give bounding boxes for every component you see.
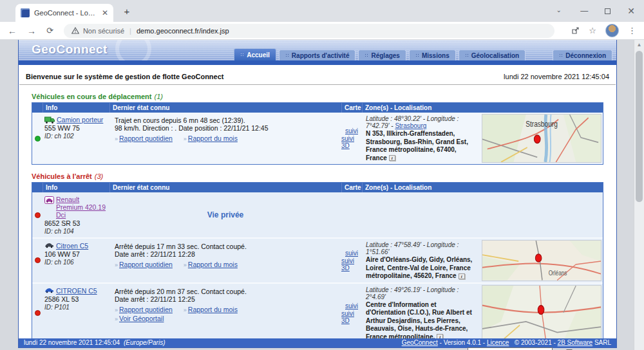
link-arrow-icon: »: [115, 307, 118, 313]
zone-cell: [362, 192, 603, 237]
rapport-quotidien-link[interactable]: Rapport quotidien: [119, 134, 173, 142]
reload-button[interactable]: ⟳: [46, 26, 53, 35]
coordinates: Latitude : 47°58.49' - Longitude : 1°51.…: [366, 241, 459, 255]
state-line: Date arrêt : 22/11/21 12:28: [115, 250, 337, 258]
footer-datetime: lundi 22 novembre 2021 12:45:04(Europe/P…: [24, 338, 165, 347]
info-column-header: Info: [43, 183, 109, 192]
forward-button[interactable]: →: [27, 26, 36, 36]
tab-geolocalisation[interactable]: Géolocalisation: [459, 50, 526, 60]
profile-avatar[interactable]: [605, 24, 619, 37]
vehicle-info-cell: Citroen C5 106 WW 57 ID: ch 106: [43, 239, 109, 282]
zone-text: Latitude : 47°58.49' - Longitude : 1°51.…: [362, 239, 480, 282]
link-arrow-icon: »: [115, 136, 118, 142]
map-thumbnail-orleans: Orléans: [482, 240, 601, 281]
info-icon[interactable]: i: [459, 273, 465, 279]
zone-cell: Latitude : 47°58.49' - Longitude : 1°51.…: [362, 239, 603, 282]
zone-city-link[interactable]: Strasbourg: [395, 122, 426, 129]
tab-grid-icon: [415, 53, 419, 57]
vehicle-link[interactable]: Renault Premium 420.19 Dci: [56, 196, 108, 219]
svg-text:Strasbourg: Strasbourg: [526, 119, 558, 129]
zone-column-header: Zone(s) - Localisation: [362, 103, 603, 113]
tab-accueil[interactable]: Accueil: [234, 48, 276, 60]
zone-text: Latitude : 48°30.22' - Longitude : 7°42.…: [362, 113, 480, 164]
rapport-mois-link[interactable]: Rapport du mois: [188, 261, 238, 268]
vehicle-plate: 8652 SR 53: [44, 219, 108, 227]
rapport-quotidien-link[interactable]: Rapport quotidien: [119, 306, 173, 313]
suivi-link[interactable]: suivi: [345, 127, 358, 134]
voir-geoportail-link[interactable]: Voir Géoportail: [119, 315, 164, 322]
footer-geoconnect-link[interactable]: GeoConnect: [402, 339, 438, 346]
section-vehicules-en-deplacement: Véhicules en cours de déplacement(1) Inf…: [32, 93, 603, 165]
scrollbar-thumb[interactable]: [636, 51, 643, 202]
url-separator: |: [129, 27, 131, 35]
tab-grid-icon: [559, 53, 563, 57]
back-button[interactable]: ←: [8, 26, 17, 36]
url-text: demo.geoconnect.fr/index.jsp: [137, 27, 229, 35]
carte-cell: suivi suivi 3D: [341, 284, 362, 344]
last-state-cell: Arrêté depuis 20 mn 37 sec. Contact coup…: [109, 284, 341, 344]
url-field[interactable]: Non sécurisé | demo.geoconnect.fr/index.…: [64, 24, 554, 38]
info-icon[interactable]: i: [389, 155, 395, 161]
globe-decoration: [115, 40, 151, 60]
state-column-header: Dernier état connu: [109, 103, 341, 113]
tab-close-icon[interactable]: ✕: [102, 9, 108, 17]
tab-reglages[interactable]: Réglages: [358, 50, 406, 60]
vehicle-link[interactable]: Camion porteur: [57, 116, 103, 124]
table-header-row: Info Dernier état connu Carte Zone(s) - …: [32, 183, 603, 192]
map-cell[interactable]: Orléans: [480, 239, 603, 282]
browser-address-bar: ← → ⟳ Non sécurisé | demo.geoconnect.fr/…: [0, 22, 644, 40]
vertical-scrollbar[interactable]: ▲: [634, 40, 644, 350]
rapport-mois-link[interactable]: Rapport du mois: [188, 306, 238, 313]
scrollbar-up-icon[interactable]: ▲: [634, 40, 644, 48]
maximize-button[interactable]: [605, 8, 611, 14]
zone-text: [362, 192, 603, 237]
tab-deconnexion[interactable]: Déconnexion: [553, 50, 612, 60]
tab-grid-icon: [240, 53, 244, 57]
last-state-cell: Trajet en cours depuis 6 mn 48 sec (12:3…: [109, 113, 341, 164]
group-filter-select[interactable]: Tous les véhicules▼: [468, 347, 553, 350]
browser-tab[interactable]: GeoConnect - Logiciel de Gestio ✕: [15, 4, 113, 22]
chrome-menu-icon[interactable]: ⋮: [628, 26, 636, 35]
tab-rapports-activite[interactable]: Rapports d'activité: [279, 50, 356, 60]
minimize-button[interactable]: —: [580, 6, 588, 15]
new-tab-button[interactable]: +: [121, 6, 133, 17]
section-vehicules-arret: Véhicules à l'arrêt(3) Info Dernier état…: [32, 172, 603, 344]
vehicle-link[interactable]: CITROEN C5: [56, 287, 97, 295]
window-controls: — ✕: [580, 0, 640, 22]
tab-missions[interactable]: Missions: [409, 50, 456, 60]
close-window-button[interactable]: ✕: [627, 6, 635, 16]
car-icon: [44, 288, 54, 293]
rapport-quotidien-link[interactable]: Rapport quotidien: [119, 261, 173, 268]
state-column-header: Dernier état connu: [109, 183, 341, 192]
section-title: Véhicules à l'arrêt(3): [32, 172, 603, 180]
zone-cell: Latitude : 48°30.22' - Longitude : 7°42.…: [362, 113, 603, 164]
geoconnect-app: GeoConnect Accueil Rapports d'activité R…: [18, 40, 617, 348]
suivi-link[interactable]: suivi: [345, 302, 358, 309]
footer-licence-link[interactable]: Licence: [487, 339, 509, 346]
rapport-mois-link[interactable]: Rapport du mois: [188, 134, 238, 142]
vehicle-info-cell: CITROEN C5 2586 XL 53 ID: P101: [43, 284, 109, 344]
suivi-3d-link[interactable]: suivi 3D: [341, 135, 362, 149]
suivi-3d-link[interactable]: suivi 3D: [341, 257, 362, 272]
tab-search-chevron-icon[interactable]: ⌄: [556, 6, 562, 14]
suivi-link[interactable]: suivi: [345, 250, 358, 257]
tab-grid-icon: [465, 53, 469, 57]
address: Centre d'Information et d'Orientation (C…: [366, 301, 478, 342]
status-column-header: [32, 183, 43, 192]
bookmark-star-icon[interactable]: ☆: [589, 26, 596, 35]
zone-text: Latitude : 49°26.19' - Longitude : 2°4.6…: [362, 284, 480, 344]
suivi-3d-link[interactable]: suivi 3D: [341, 310, 362, 324]
vehicle-id: ID: ch 106: [44, 259, 108, 266]
share-icon[interactable]: [571, 26, 580, 35]
section-count: (1): [154, 93, 162, 100]
current-datetime: lundi 22 novembre 2021 12:45:04: [504, 73, 609, 80]
link-arrow-icon: »: [184, 307, 187, 313]
security-label: Non sécurisé: [83, 27, 124, 35]
vehicle-link[interactable]: Citroen C5: [56, 242, 88, 250]
vehicle-id: ID: P101: [44, 304, 108, 311]
map-cell[interactable]: Strasbourg: [480, 113, 603, 164]
state-line: Date arrêt : 22/11/21 12:25: [115, 295, 337, 303]
map-cell[interactable]: [480, 284, 603, 344]
footer-company-link[interactable]: 2B Software: [558, 339, 592, 346]
status-moving-icon: [35, 136, 41, 142]
